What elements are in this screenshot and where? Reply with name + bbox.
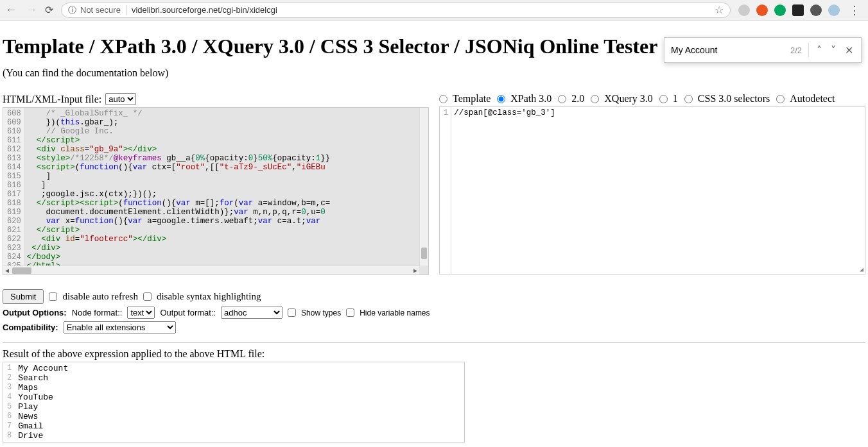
scroll-thumb[interactable]: [421, 248, 427, 259]
show-types-label: Show types: [301, 308, 341, 317]
result-box: 1 2 3 4 5 6 7 8 My Account Search Maps Y…: [3, 362, 465, 443]
show-types-checkbox[interactable]: [288, 308, 296, 317]
output-format-select[interactable]: adhoc: [221, 307, 282, 319]
hide-vars-checkbox[interactable]: [346, 308, 354, 317]
result-label: Result of the above expression applied t…: [3, 348, 865, 360]
page-subtitle: (You can find the documentation below): [3, 67, 865, 79]
line-gutter: 1 2 3 4 5 6 7 8: [3, 362, 15, 442]
node-format-label: Node format::: [72, 308, 123, 317]
browser-toolbar: ← → ⟳ ⓘ Not secure videlibri.sourceforge…: [0, 0, 868, 21]
divider: [808, 43, 809, 57]
bookmark-star-icon[interactable]: ☆: [715, 4, 724, 16]
security-label: Not secure: [80, 5, 121, 15]
extension-icon[interactable]: [774, 4, 786, 16]
reload-button[interactable]: ⟳: [45, 4, 53, 16]
scroll-thumb[interactable]: [12, 267, 31, 274]
compatibility-label: Compatibility:: [3, 323, 58, 332]
security-indicator[interactable]: ⓘ Not secure: [68, 4, 121, 16]
radio-template[interactable]: [439, 95, 447, 103]
info-icon: ⓘ: [68, 4, 76, 16]
find-input[interactable]: [671, 45, 784, 55]
expression-type-selector: Template XPath 3.0 2.0 XQuery 3.0 1 CSS …: [439, 93, 865, 105]
disable-syntax-label: disable syntax highlighting: [157, 291, 261, 302]
submit-button[interactable]: Submit: [3, 289, 44, 304]
back-button[interactable]: ←: [5, 3, 17, 17]
address-bar[interactable]: ⓘ Not secure videlibri.sourceforge.net/c…: [61, 3, 731, 18]
extension-icon[interactable]: [792, 4, 804, 16]
extension-icons: ⋮: [738, 3, 863, 17]
find-in-page-bar: 2/2 ˄ ˅ ✕: [664, 37, 862, 63]
expression-editor[interactable]: 1 //span[@class='gb_3'] ◢: [439, 106, 865, 274]
url-text: videlibri.sourceforge.net/cgi-bin/xidelc…: [132, 5, 709, 15]
result-content: My Account Search Maps YouTube Play News…: [15, 362, 71, 442]
code-content[interactable]: /* _GlobalSuffix_ */ })(this.gbar_); // …: [24, 108, 428, 274]
radio-xpath30[interactable]: [497, 95, 505, 103]
vertical-scrollbar[interactable]: [419, 108, 428, 266]
output-format-label: Output format::: [160, 308, 216, 317]
output-options-label: Output Options:: [3, 308, 67, 317]
line-gutter: 1: [440, 107, 451, 274]
radio-xquery30[interactable]: [591, 95, 599, 103]
nav-arrows: ← →: [5, 3, 37, 17]
radio-css[interactable]: [684, 95, 693, 103]
input-header: HTML/XML-Input file: auto: [3, 93, 429, 105]
extension-icon[interactable]: [828, 4, 840, 16]
find-next-icon[interactable]: ˅: [829, 44, 837, 56]
input-label: HTML/XML-Input file:: [3, 94, 101, 105]
scroll-left-icon[interactable]: ◀: [3, 267, 11, 274]
forward-button[interactable]: →: [26, 3, 37, 17]
disable-auto-refresh-label: disable auto refresh: [62, 291, 137, 302]
find-close-icon[interactable]: ✕: [844, 44, 855, 56]
scroll-right-icon[interactable]: ▶: [412, 267, 419, 274]
divider: [126, 5, 126, 15]
radio-autodetect[interactable]: [776, 95, 785, 103]
node-format-select[interactable]: text: [127, 307, 155, 319]
extension-icon[interactable]: [756, 4, 768, 16]
disable-syntax-checkbox[interactable]: [143, 292, 152, 301]
compatibility-select[interactable]: Enable all extensions: [64, 321, 176, 333]
hide-vars-label: Hide variable names: [360, 308, 430, 317]
extension-icon[interactable]: [738, 4, 750, 16]
radio-xpath20[interactable]: [558, 95, 566, 103]
resize-grip-icon[interactable]: ◢: [860, 267, 864, 273]
radio-xquery10[interactable]: [659, 95, 668, 103]
line-gutter: 608 609 610 611 612 613 614 615 616 617 …: [3, 108, 24, 274]
browser-menu-icon[interactable]: ⋮: [846, 3, 863, 17]
separator: [3, 342, 865, 343]
find-prev-icon[interactable]: ˄: [815, 44, 823, 56]
horizontal-scrollbar[interactable]: ◀ ▶: [3, 266, 419, 274]
extension-icon[interactable]: [810, 4, 822, 16]
html-input-editor[interactable]: 608 609 610 611 612 613 614 615 616 617 …: [3, 107, 429, 275]
input-mode-select[interactable]: auto: [105, 93, 136, 105]
find-count: 2/2: [790, 46, 802, 55]
expression-content[interactable]: //span[@class='gb_3']: [451, 107, 865, 274]
disable-auto-refresh-checkbox[interactable]: [49, 292, 57, 301]
